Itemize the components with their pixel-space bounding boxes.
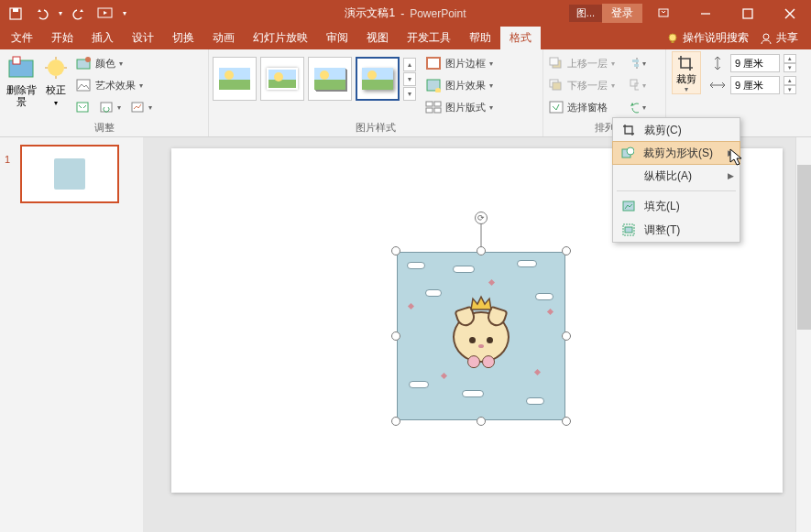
svg-point-8	[669, 34, 676, 41]
tab-home[interactable]: 开始	[42, 27, 82, 49]
svg-rect-28	[434, 102, 441, 106]
rotate-button[interactable]: ▾	[628, 97, 648, 117]
tab-transitions[interactable]: 切换	[163, 27, 203, 49]
tab-slideshow[interactable]: 幻灯片放映	[244, 27, 317, 49]
svg-rect-27	[426, 102, 433, 106]
document-name: 演示文稿1	[345, 5, 395, 21]
group-button[interactable]: ▾	[628, 75, 648, 95]
vertical-scrollbar[interactable]	[795, 137, 811, 532]
width-spinner[interactable]: 9 厘米 ▴▾	[708, 75, 796, 95]
maximize-button[interactable]	[727, 0, 769, 27]
selected-picture[interactable]: ⟳	[397, 252, 565, 420]
corrections-button[interactable]: 校正▾	[38, 51, 73, 109]
menu-crop[interactable]: 裁剪(C)	[613, 118, 740, 142]
crop-button[interactable]: 裁剪 ▾	[672, 51, 701, 94]
share-button[interactable]: 共享	[760, 30, 798, 46]
crop-icon	[677, 55, 696, 71]
svg-rect-45	[625, 227, 632, 233]
resize-handle[interactable]	[562, 246, 571, 255]
menu-aspect-ratio[interactable]: 纵横比(A) ▶	[613, 164, 740, 188]
svg-rect-38	[634, 64, 639, 67]
height-icon	[709, 56, 726, 71]
resize-handle[interactable]	[477, 417, 486, 426]
bring-forward-button[interactable]: 上移一层▾	[547, 53, 628, 73]
contextual-tab-label: 图...	[569, 5, 602, 22]
svg-rect-37	[632, 60, 639, 62]
group-icon	[630, 79, 639, 92]
svg-rect-32	[550, 58, 558, 65]
width-spin-buttons[interactable]: ▴▾	[784, 76, 796, 94]
fit-icon	[622, 223, 635, 236]
send-backward-icon	[549, 79, 564, 92]
tab-review[interactable]: 审阅	[317, 27, 357, 49]
scrollbar-thumb[interactable]	[797, 165, 811, 330]
slide-number-label: 1	[5, 154, 10, 165]
menu-fill[interactable]: 填充(L)	[613, 194, 740, 218]
resize-handle[interactable]	[562, 417, 571, 426]
ribbon-options-button[interactable]	[642, 0, 685, 27]
change-picture-icon	[99, 100, 114, 114]
remove-background-button[interactable]: 删除背景	[4, 51, 38, 108]
svg-point-13	[48, 60, 64, 76]
svg-rect-9	[672, 41, 674, 43]
slide-thumbnail-1[interactable]	[20, 145, 119, 203]
height-spin-buttons[interactable]: ▴▾	[784, 54, 796, 72]
selection-pane-icon	[549, 101, 564, 114]
color-icon	[75, 56, 92, 71]
crop-dropdown-menu: 裁剪(C) 裁剪为形状(S) ▶ 纵横比(A) ▶ 填充(L) 调整(T)	[612, 117, 740, 243]
undo-button[interactable]	[29, 3, 53, 25]
tab-developer[interactable]: 开发工具	[398, 27, 460, 49]
border-icon	[425, 56, 442, 71]
resize-handle[interactable]	[391, 417, 400, 426]
tab-insert[interactable]: 插入	[82, 27, 123, 49]
picture-layout-button[interactable]: 图片版式▾	[423, 97, 511, 117]
menu-fit[interactable]: 调整(T)	[613, 218, 740, 242]
menu-crop-to-shape[interactable]: 裁剪为形状(S) ▶	[612, 141, 740, 165]
minimize-button[interactable]	[685, 0, 727, 27]
selection-pane-button[interactable]: 选择窗格	[547, 97, 628, 117]
svg-rect-12	[13, 57, 20, 64]
group-picture-styles: ▴▾▾ 图片边框▾ 图片效果▾ 图片版式▾ 图片样式	[209, 49, 543, 136]
undo-dropdown-icon[interactable]: ▾	[55, 9, 66, 17]
tab-design[interactable]: 设计	[123, 27, 163, 49]
rotation-handle[interactable]: ⟳	[475, 212, 488, 224]
bulb-icon	[666, 32, 679, 45]
tab-file[interactable]: 文件	[2, 27, 42, 49]
tab-view[interactable]: 视图	[357, 27, 398, 49]
tell-me-search[interactable]: 操作说明搜索	[666, 30, 749, 46]
compress-reset-row[interactable]: ▾ ▾	[73, 97, 156, 117]
artistic-effects-button[interactable]: 艺术效果▾	[73, 75, 156, 95]
start-slideshow-button[interactable]	[93, 3, 117, 25]
compress-icon	[75, 100, 90, 114]
tab-format[interactable]: 格式	[500, 27, 541, 49]
thumbnail-image	[54, 158, 85, 190]
tab-animations[interactable]: 动画	[203, 27, 244, 49]
tab-help[interactable]: 帮助	[460, 27, 500, 49]
close-button[interactable]	[769, 0, 811, 27]
send-backward-button[interactable]: 下移一层▾	[547, 75, 628, 95]
align-button[interactable]: ▾	[628, 53, 648, 73]
resize-handle[interactable]	[562, 331, 571, 341]
picture-effects-button[interactable]: 图片效果▾	[423, 75, 511, 95]
resize-handle[interactable]	[391, 331, 400, 341]
resize-handle[interactable]	[477, 246, 486, 255]
resize-handle[interactable]	[391, 246, 400, 255]
qat-customize-icon[interactable]: ▾	[119, 9, 130, 17]
crop-icon	[622, 124, 635, 136]
reset-picture-icon	[130, 100, 145, 114]
picture-border-button[interactable]: 图片边框▾	[423, 53, 511, 73]
gallery-scroll[interactable]: ▴▾▾	[403, 58, 416, 101]
save-button[interactable]	[4, 3, 27, 25]
color-button[interactable]: 颜色▾	[73, 53, 156, 73]
svg-rect-29	[426, 108, 433, 113]
svg-rect-24	[427, 58, 440, 69]
redo-button[interactable]	[68, 3, 92, 25]
height-spinner[interactable]: 9 厘米 ▴▾	[708, 53, 796, 73]
svg-point-10	[763, 34, 769, 39]
svg-line-7	[785, 9, 795, 18]
picture-style-gallery[interactable]: ▴▾▾	[213, 51, 416, 101]
shape-icon	[621, 147, 634, 159]
slide-thumbnails-pane[interactable]	[0, 137, 143, 532]
login-button[interactable]: 登录	[602, 4, 642, 23]
chevron-right-icon: ▶	[728, 148, 734, 157]
